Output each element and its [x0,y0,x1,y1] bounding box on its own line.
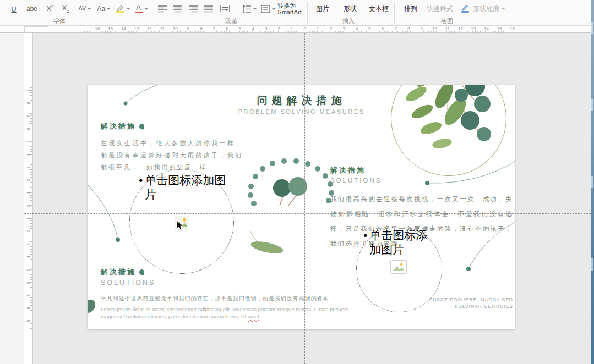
vertical-ruler: 9876543210123456789 [24,33,33,364]
presentation-app-window: U abe X2 X2 AV Aa A [0,0,594,364]
pencil-icon [461,4,470,14]
align-left-icon [158,5,167,13]
line-spacing-button[interactable] [238,2,260,16]
align-text-icon [261,5,270,13]
align-center-icon [173,5,182,13]
quick-styles-button[interactable]: 快速样式 [423,2,457,16]
chevron-down-icon [127,8,130,12]
align-right-icon [189,5,198,13]
horizontal-guide[interactable] [24,213,591,214]
highlighter-icon [115,4,125,14]
line-spacing-icon [242,5,252,13]
left-panel-edge [0,33,24,364]
strikethrough-button[interactable]: abe [23,2,41,16]
superscript-button[interactable]: X2 [43,2,57,16]
slide-subtitle[interactable]: PROBLEM SOLVING MEASURES [88,108,515,115]
distribute-icon [220,5,230,13]
chevron-down-icon [145,8,148,12]
leaf-icon [139,269,144,275]
insert-shape-button[interactable]: 形状 [338,2,362,16]
underline-icon: U [11,5,16,13]
change-case-icon: Aa [97,5,105,12]
paragraph-group-label: 段落 [209,17,253,25]
block-body: 在现实生活中，绝大多数人如你我一样，都是没有幸运躲好碰到大雨的孩子，我们都很平凡… [101,137,243,173]
superscript-icon: X2 [46,4,53,13]
mouse-cursor-icon [176,220,184,231]
align-left-button[interactable] [155,2,170,16]
block-subheading: SOLUTIONS [101,279,409,286]
character-spacing-icon: AV [79,5,86,12]
desktop-wallpaper-edge [591,0,594,364]
group-separator [307,2,308,24]
slide-canvas: 9876543210123456789 [0,33,591,364]
arrange-button[interactable]: 排列 [399,2,423,16]
misspelled-word: amet [248,313,259,319]
subscript-icon: X2 [62,4,69,14]
font-group-label: 字体 [37,17,81,25]
placeholder-label: • 单击图标添加图片 [139,173,229,202]
slide[interactable]: 问题解决措施 PROBLEM SOLVING MEASURES 解决措施 在现实… [88,85,515,329]
block-body: 平凡到这个世界简直感觉不到我们的存在，那不是我们低调，而是我们没有高调的资本 [101,295,332,302]
shape-outline-label: 形状轮廓 [473,4,500,14]
distribute-text-button[interactable] [217,2,233,16]
convert-to-smartart-button[interactable]: 转换为SmartArt [274,2,305,16]
group-separator [394,2,395,24]
draw-group-label: 绘图 [425,17,469,25]
chevron-down-icon [253,8,257,12]
align-right-button[interactable] [186,2,200,16]
horizontal-ruler: 1615141312111098765432101234567891011121… [0,26,591,33]
text-block-bottom-left[interactable]: 解决措施 SOLUTIONS 平凡到这个世界简直感觉不到我们的存在，那不是我们低… [101,267,409,320]
chevron-down-icon [88,8,91,12]
change-case-button[interactable]: Aa [92,2,115,16]
font-color-button[interactable]: A [131,2,151,16]
bullet: • [363,228,367,257]
placeholder-label: • 单击图标添加图片 [363,228,436,257]
strikethrough-icon: abe [26,5,37,12]
corner-caption[interactable]: FUSCE POSUERE, MAGNA SED PULVINAR ULTRIC… [392,296,513,310]
text-block-top-left[interactable]: 解决措施 在现实生活中，绝大多数人如你我一样，都是没有幸运躲好碰到大雨的孩子，我… [101,122,243,173]
ribbon-toolbar: U abe X2 X2 AV Aa A [0,0,591,26]
block-heading: 解决措施 [101,267,136,277]
justify-icon [204,5,213,13]
shape-outline-color-button[interactable] [459,2,471,16]
subscript-button[interactable]: X2 [58,2,73,16]
text-highlight-button[interactable] [112,2,132,16]
insert-group-label: 插入 [326,17,370,25]
font-color-icon: A [134,3,143,14]
block-heading: 解决措施 [101,122,136,131]
slide-title[interactable]: 问题解决措施 [88,93,515,108]
underline-button[interactable]: U [7,2,21,16]
group-separator [150,2,150,24]
block-heading: 解决措施 [330,166,366,175]
shape-outline-button[interactable]: 形状轮廓 [472,2,505,16]
align-center-button[interactable] [171,2,185,16]
smartart-label: 转换为SmartArt [277,2,301,15]
chevron-down-icon [502,8,505,12]
insert-textbox-button[interactable]: 文本框 [363,2,394,16]
vertical-guide[interactable] [304,33,305,364]
chevron-down-icon [107,8,110,12]
bullet: • [139,173,143,202]
insert-picture-button[interactable]: 图片 [310,2,335,16]
lorem-text: Lorem ipsum dolor sit amet, consectetuer… [101,306,361,320]
justify-button[interactable] [201,2,216,16]
ruler-corner-box [24,26,48,32]
leaf-icon [139,123,144,129]
block-subheading: SOLUTIONS [330,177,515,184]
